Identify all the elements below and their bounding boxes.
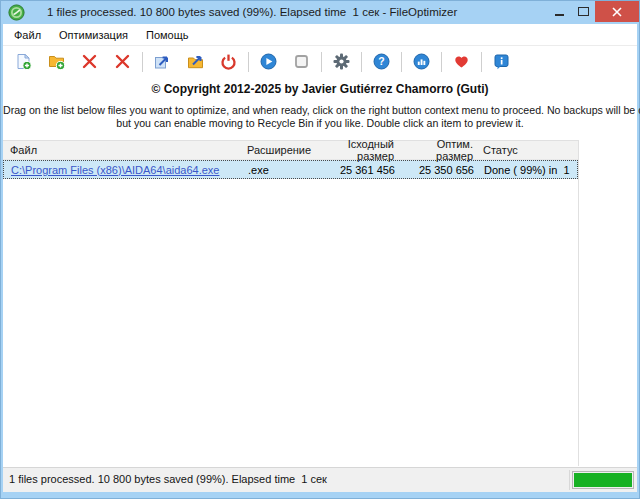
add-folder-icon (48, 53, 65, 70)
instructions-line1: Drag on the list below files you want to… (3, 104, 637, 117)
toolbar: ? (3, 45, 637, 77)
copyright-text: © Copyright 2012-2025 by Javier Gutiérre… (3, 82, 637, 96)
app-icon (8, 4, 25, 21)
optimize-button[interactable] (255, 49, 282, 75)
open-folder-button[interactable] (182, 49, 209, 75)
menu-file[interactable]: Файл (5, 26, 50, 44)
file-list: Файл Расширение Iсходный размер Оптим. р… (3, 140, 579, 466)
toolbar-separator (321, 52, 322, 72)
gear-icon (333, 53, 350, 70)
menubar: Файл Оптимизация Помощь (3, 24, 637, 45)
stop-button[interactable] (288, 49, 315, 75)
file-link[interactable]: C:\Program Files (x86)\AIDA64\aida64.exe (11, 164, 219, 176)
table-row[interactable]: C:\Program Files (x86)\AIDA64\aida64.exe… (3, 160, 578, 179)
remove-all-button[interactable] (109, 49, 136, 75)
help-button[interactable]: ? (368, 49, 395, 75)
open-file-button[interactable] (149, 49, 176, 75)
add-folder-button[interactable] (43, 49, 70, 75)
open-file-icon (154, 53, 171, 70)
maximize-icon (578, 7, 589, 16)
remove-icon (81, 53, 98, 70)
fileoptimizer-window: 1 files processed. 10 800 bytes saved (9… (0, 0, 640, 499)
column-header-optimized-size[interactable]: Оптим. размер (398, 138, 477, 162)
column-header-original-size[interactable]: Iсходный размер (315, 138, 398, 162)
add-file-icon (15, 53, 32, 70)
instructions-text: Drag on the list below files you want to… (3, 104, 637, 129)
stop-icon (293, 53, 310, 70)
toolbar-separator (441, 52, 442, 72)
toolbar-separator (142, 52, 143, 72)
minimize-button[interactable] (547, 1, 571, 22)
maximize-button[interactable] (571, 1, 595, 22)
add-files-button[interactable] (10, 49, 37, 75)
exit-button[interactable] (215, 49, 242, 75)
window-body: Файл Оптимизация Помощь (3, 24, 637, 492)
cell-extension: .exe (241, 164, 316, 176)
cell-file: C:\Program Files (x86)\AIDA64\aida64.exe (4, 164, 241, 176)
menu-optimization[interactable]: Оптимизация (50, 26, 137, 44)
cell-optimized-size: 25 350 656 (399, 164, 478, 176)
titlebar: 1 files processed. 10 800 bytes saved (9… (0, 0, 640, 24)
svg-text:?: ? (378, 55, 384, 67)
statusbar-divider (569, 470, 570, 490)
column-header-file[interactable]: Файл (3, 144, 240, 156)
menu-help[interactable]: Помощь (137, 26, 198, 44)
info-icon (493, 53, 510, 70)
column-header-status[interactable]: Статус (477, 144, 578, 156)
window-title: 1 files processed. 10 800 bytes saved (9… (47, 6, 457, 18)
about-button[interactable] (488, 49, 515, 75)
toolbar-separator (401, 52, 402, 72)
status-bar: 1 files processed. 10 800 bytes saved (9… (3, 467, 637, 492)
toolbar-separator (361, 52, 362, 72)
instructions-line2: but you can enable moving to Recycle Bin… (3, 117, 637, 130)
play-icon (260, 53, 277, 70)
toolbar-separator (481, 52, 482, 72)
progress-bar (572, 471, 634, 489)
open-folder-icon (187, 53, 204, 70)
progress-fill (574, 473, 632, 487)
power-icon (220, 53, 237, 70)
options-button[interactable] (328, 49, 355, 75)
help-icon: ? (373, 53, 390, 70)
status-text: 1 files processed. 10 800 bytes saved (9… (9, 473, 327, 485)
donate-button[interactable] (448, 49, 475, 75)
window-controls (547, 1, 639, 22)
minimize-icon (555, 14, 564, 16)
list-header: Файл Расширение Iсходный размер Оптим. р… (3, 141, 578, 160)
statistics-button[interactable] (408, 49, 435, 75)
cell-original-size: 25 361 456 (316, 164, 399, 176)
remove-button[interactable] (76, 49, 103, 75)
toolbar-separator (248, 52, 249, 72)
cell-status: Done ( 99%) in 1 (478, 164, 577, 176)
close-button[interactable] (595, 1, 639, 22)
close-icon (612, 7, 622, 17)
heart-icon (453, 53, 470, 70)
remove-all-icon (114, 53, 131, 70)
column-header-extension[interactable]: Расширение (240, 144, 315, 156)
chart-icon (413, 53, 430, 70)
